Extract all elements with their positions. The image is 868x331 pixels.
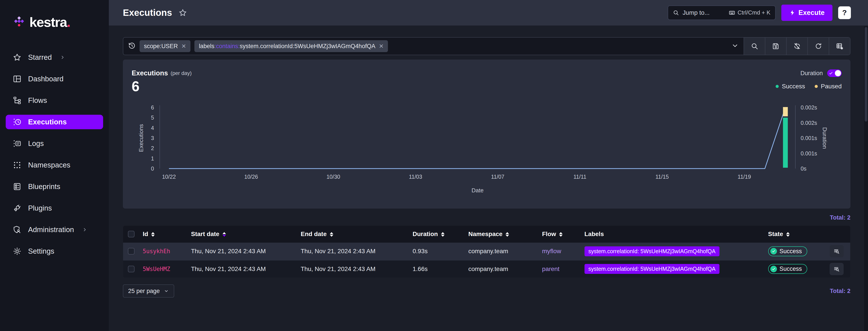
refresh-button[interactable] bbox=[807, 37, 829, 55]
per-page-select[interactable]: 25 per page bbox=[123, 284, 174, 298]
log-search-icon bbox=[833, 266, 840, 272]
filter-input[interactable]: scope:USER ✕ labels:contains:system.corr… bbox=[123, 37, 744, 55]
sidebar-item-label: Administration bbox=[28, 225, 74, 234]
bar-success bbox=[783, 117, 788, 168]
sidebar-item-dashboard[interactable]: Dashboard bbox=[6, 72, 103, 86]
label-chip[interactable]: system.correlationId: 5WsUeHMZj3wIAGmQ4h… bbox=[585, 246, 719, 256]
filter-dropdown-button[interactable] bbox=[731, 42, 739, 50]
flow-link[interactable]: myflow bbox=[542, 248, 561, 254]
filter-history-button[interactable] bbox=[128, 42, 135, 50]
sidebar-item-namespaces[interactable]: Namespaces bbox=[6, 158, 103, 172]
save-filter-button[interactable] bbox=[765, 37, 786, 55]
legend-item-paused[interactable]: Paused bbox=[815, 83, 842, 90]
svg-text:6: 6 bbox=[151, 104, 154, 111]
col-header-id[interactable]: Id bbox=[137, 226, 185, 243]
svg-text:10/26: 10/26 bbox=[244, 174, 258, 180]
jump-to-search[interactable]: Jump to... Ctrl/Cmd + K bbox=[668, 5, 776, 20]
sidebar-item-label: Flows bbox=[28, 96, 47, 105]
log-search-icon bbox=[833, 248, 840, 254]
col-header-end-date[interactable]: End date bbox=[295, 226, 407, 243]
col-header-flow[interactable]: Flow bbox=[536, 226, 578, 243]
sidebar-item-flows[interactable]: Flows bbox=[6, 93, 103, 108]
filter-chip-scope[interactable]: scope:USER ✕ bbox=[140, 40, 190, 52]
sidebar: kestra. Starred Dashboard Flows Executio… bbox=[0, 0, 109, 331]
sort-icon[interactable] bbox=[441, 232, 444, 237]
sort-icon[interactable] bbox=[151, 232, 155, 237]
scrollbar-thumb[interactable] bbox=[865, 27, 867, 121]
svg-text:0.002s: 0.002s bbox=[801, 120, 817, 126]
administration-shield-icon bbox=[13, 225, 22, 234]
dashboard-icon bbox=[13, 75, 22, 83]
sort-icon[interactable] bbox=[786, 232, 790, 237]
help-button[interactable]: ? bbox=[838, 6, 851, 19]
duration-toggle[interactable] bbox=[827, 70, 842, 77]
sort-icon-active-desc[interactable] bbox=[222, 232, 226, 237]
sort-icon[interactable] bbox=[559, 232, 563, 237]
col-header-duration[interactable]: Duration bbox=[407, 226, 462, 243]
row-logs-button[interactable] bbox=[830, 263, 844, 275]
kestra-logo[interactable]: kestra. bbox=[0, 13, 109, 31]
legend-item-success[interactable]: Success bbox=[776, 83, 805, 90]
execute-button[interactable]: Execute bbox=[781, 5, 833, 21]
sidebar-item-executions[interactable]: Executions bbox=[6, 115, 103, 129]
executions-per-day-chart: 012345610/2210/2610/3011/0311/0711/1111/… bbox=[132, 103, 842, 202]
svg-text:11/07: 11/07 bbox=[491, 174, 504, 180]
col-header-start-date[interactable]: Start date bbox=[185, 226, 295, 243]
main-area: Executions Jump to... Ctrl/Cmd + K Execu… bbox=[109, 0, 868, 331]
executions-chart[interactable]: 012345610/2210/2610/3011/0311/0711/1111/… bbox=[132, 103, 842, 202]
sidebar-item-label: Logs bbox=[28, 139, 44, 148]
col-header-state[interactable]: State bbox=[762, 226, 824, 243]
page-scrollbar[interactable] bbox=[864, 26, 868, 331]
sidebar-item-logs[interactable]: Logs bbox=[6, 136, 103, 151]
select-all-checkbox[interactable] bbox=[128, 231, 134, 238]
filter-search-button[interactable] bbox=[744, 37, 765, 55]
sidebar-item-label: Settings bbox=[28, 247, 54, 255]
sidebar-item-starred[interactable]: Starred bbox=[6, 50, 103, 65]
filter-bar: scope:USER ✕ labels:contains:system.corr… bbox=[123, 37, 850, 55]
table-header-row: Id Start date End date Duration Namespac… bbox=[123, 226, 850, 243]
filter-chip-labels[interactable]: labels:contains:system.correlationId:5Ws… bbox=[194, 40, 388, 52]
row-checkbox[interactable] bbox=[128, 248, 134, 254]
sidebar-item-plugins[interactable]: Plugins bbox=[6, 201, 103, 215]
chip-remove-icon[interactable]: ✕ bbox=[182, 43, 186, 50]
sort-icon[interactable] bbox=[505, 232, 509, 237]
svg-text:0.002s: 0.002s bbox=[801, 104, 817, 111]
search-placeholder: Jump to... bbox=[683, 9, 710, 16]
svg-text:11/11: 11/11 bbox=[574, 174, 587, 180]
sidebar-item-label: Starred bbox=[28, 53, 52, 61]
start-date-cell: Thu, Nov 21, 2024 2:43 AM bbox=[185, 243, 295, 260]
svg-text:11/03: 11/03 bbox=[409, 174, 422, 180]
sidebar-nav: Starred Dashboard Flows Executions Logs bbox=[0, 50, 109, 258]
execution-id-link[interactable]: 5usykhEh bbox=[143, 248, 170, 254]
search-icon bbox=[751, 43, 758, 50]
brand-name: kestra. bbox=[29, 14, 70, 30]
topbar: Executions Jump to... Ctrl/Cmd + K Execu… bbox=[109, 0, 868, 26]
chip-remove-icon[interactable]: ✕ bbox=[379, 43, 384, 50]
executions-icon bbox=[13, 117, 22, 127]
x-axis-label: Date bbox=[471, 187, 484, 194]
col-header-namespace[interactable]: Namespace bbox=[462, 226, 536, 243]
svg-text:1: 1 bbox=[151, 156, 154, 162]
table-row: 5WsUeHMZ Thu, Nov 21, 2024 2:43 AM Thu, … bbox=[123, 260, 850, 278]
label-chip[interactable]: system.correlationId: 5WsUeHMZj3wIAGmQ4h… bbox=[585, 264, 719, 274]
end-date-cell: Thu, Nov 21, 2024 2:43 AM bbox=[295, 260, 407, 278]
table-columns-settings-button[interactable] bbox=[829, 37, 850, 55]
auto-refresh-off-button[interactable] bbox=[786, 37, 807, 55]
legend-dot-paused bbox=[815, 85, 818, 88]
table-row: 5usykhEh Thu, Nov 21, 2024 2:43 AM Thu, … bbox=[123, 243, 850, 260]
sort-icon[interactable] bbox=[330, 232, 333, 237]
sidebar-item-blueprints[interactable]: Blueprints bbox=[6, 180, 103, 194]
sidebar-item-settings[interactable]: Settings bbox=[6, 244, 103, 258]
execution-id-link[interactable]: 5WsUeHMZ bbox=[143, 266, 170, 272]
chart-subtitle: (per day) bbox=[170, 70, 191, 76]
right-axis-label: Duration bbox=[822, 127, 828, 149]
row-logs-button[interactable] bbox=[830, 245, 844, 257]
sidebar-item-administration[interactable]: Administration bbox=[6, 222, 103, 237]
favorite-star-icon[interactable] bbox=[179, 8, 187, 17]
duration-toggle-label: Duration bbox=[800, 70, 823, 77]
row-checkbox[interactable] bbox=[128, 266, 134, 272]
flow-link[interactable]: parent bbox=[542, 266, 559, 272]
shortcut-hint: Ctrl/Cmd + K bbox=[729, 9, 771, 16]
namespace-cell: company.team bbox=[462, 243, 536, 260]
svg-text:2: 2 bbox=[151, 145, 154, 151]
